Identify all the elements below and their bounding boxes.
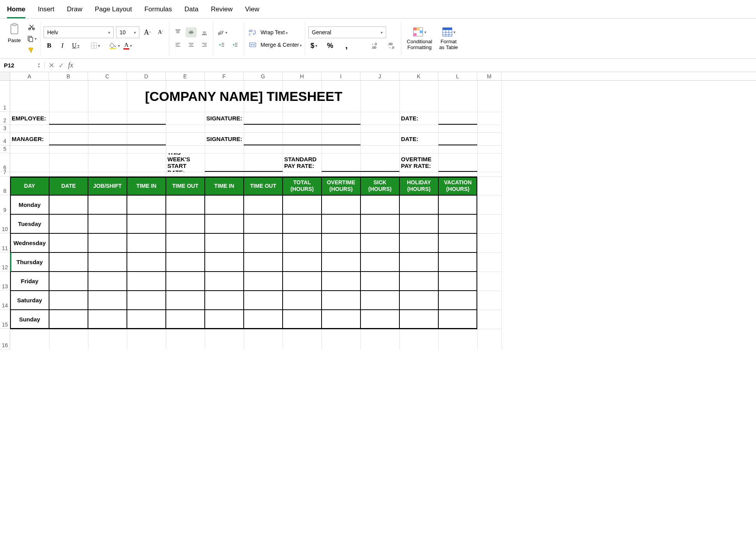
- ts-data-cell[interactable]: [88, 233, 127, 252]
- ts-data-cell[interactable]: [244, 214, 283, 233]
- increase-font-button[interactable]: A^: [142, 27, 153, 37]
- ts-data-cell[interactable]: [205, 214, 244, 233]
- ts-data-cell[interactable]: [438, 195, 477, 214]
- ts-data-cell[interactable]: [166, 291, 205, 310]
- ts-data-cell[interactable]: [88, 291, 127, 310]
- ts-data-cell[interactable]: [360, 252, 399, 272]
- ts-data-cell[interactable]: [127, 233, 166, 252]
- cancel-formula-button[interactable]: ✕: [49, 61, 55, 70]
- field-manager[interactable]: [49, 132, 166, 145]
- ts-data-cell[interactable]: [166, 195, 205, 214]
- ts-data-cell[interactable]: [166, 214, 205, 233]
- merge-center-button[interactable]: Merge & Center: [260, 42, 302, 48]
- ts-data-cell[interactable]: [127, 252, 166, 272]
- ts-data-cell[interactable]: [88, 214, 127, 233]
- bold-button[interactable]: B: [44, 41, 55, 51]
- tab-insert[interactable]: Insert: [38, 4, 55, 18]
- tab-formulas[interactable]: Formulas: [144, 4, 172, 18]
- ts-data-cell[interactable]: [127, 272, 166, 291]
- column-header[interactable]: E: [166, 72, 205, 80]
- borders-button[interactable]: [90, 41, 100, 51]
- field-date-2[interactable]: [438, 132, 477, 145]
- row-header[interactable]: 16: [0, 329, 10, 349]
- tab-data[interactable]: Data: [185, 4, 199, 18]
- ts-data-cell[interactable]: [360, 233, 399, 252]
- ts-data-cell[interactable]: [88, 310, 127, 329]
- column-header[interactable]: J: [360, 72, 399, 80]
- wrap-text-button[interactable]: Wrap Text: [260, 29, 288, 35]
- fx-icon[interactable]: fx: [68, 61, 73, 69]
- ts-data-cell[interactable]: [399, 195, 438, 214]
- ts-data-cell[interactable]: [49, 291, 88, 310]
- column-header[interactable]: H: [283, 72, 322, 80]
- align-top-button[interactable]: [172, 27, 183, 37]
- ts-data-cell[interactable]: [322, 252, 360, 272]
- italic-button[interactable]: I: [57, 41, 68, 51]
- field-signature-1[interactable]: [244, 112, 360, 125]
- confirm-formula-button[interactable]: ✓: [58, 61, 64, 70]
- field-signature-2[interactable]: [244, 132, 360, 145]
- align-right-button[interactable]: [199, 40, 210, 50]
- ts-data-cell[interactable]: [360, 310, 399, 329]
- ts-data-cell[interactable]: [127, 195, 166, 214]
- ts-data-cell[interactable]: [283, 233, 322, 252]
- ts-data-cell[interactable]: [438, 272, 477, 291]
- field-std-rate[interactable]: [322, 153, 399, 172]
- ts-data-cell[interactable]: [438, 214, 477, 233]
- ts-data-cell[interactable]: [244, 252, 283, 272]
- ts-data-cell[interactable]: [166, 252, 205, 272]
- currency-button[interactable]: $: [308, 41, 319, 51]
- ts-data-cell[interactable]: [127, 214, 166, 233]
- align-center-button[interactable]: [186, 40, 197, 50]
- ts-data-cell[interactable]: [244, 291, 283, 310]
- ts-data-cell[interactable]: [244, 195, 283, 214]
- row-header[interactable]: 2: [0, 112, 10, 125]
- tab-view[interactable]: View: [245, 4, 259, 18]
- comma-button[interactable]: ,: [341, 41, 352, 51]
- ts-data-cell[interactable]: [283, 252, 322, 272]
- ts-data-cell[interactable]: [49, 214, 88, 233]
- ts-data-cell[interactable]: [88, 252, 127, 272]
- conditional-formatting-button[interactable]: ▾ Conditional Formatting: [404, 26, 434, 51]
- ts-data-cell[interactable]: [205, 291, 244, 310]
- ts-data-cell[interactable]: [322, 233, 360, 252]
- ts-data-cell[interactable]: [283, 272, 322, 291]
- ts-data-cell[interactable]: [399, 310, 438, 329]
- field-employee[interactable]: [49, 112, 166, 125]
- ts-data-cell[interactable]: [322, 195, 360, 214]
- ts-data-cell[interactable]: [399, 291, 438, 310]
- number-format-combo[interactable]: General▾: [308, 26, 386, 38]
- ts-data-cell[interactable]: [49, 310, 88, 329]
- format-as-table-button[interactable]: ▾ Format as Table: [437, 26, 460, 51]
- formula-input[interactable]: [77, 59, 756, 72]
- ts-data-cell[interactable]: [399, 233, 438, 252]
- format-painter-button[interactable]: [26, 45, 37, 55]
- ts-data-cell[interactable]: [127, 291, 166, 310]
- ts-data-cell[interactable]: [322, 214, 360, 233]
- decrease-indent-button[interactable]: [216, 40, 227, 50]
- row-header[interactable]: 10: [0, 214, 10, 233]
- ts-data-cell[interactable]: [360, 272, 399, 291]
- ts-data-cell[interactable]: [205, 195, 244, 214]
- field-week-start[interactable]: [205, 153, 283, 172]
- ts-data-cell[interactable]: [166, 233, 205, 252]
- align-left-button[interactable]: [172, 40, 183, 50]
- row-header[interactable]: 13: [0, 272, 10, 291]
- ts-data-cell[interactable]: [244, 310, 283, 329]
- decrease-font-button[interactable]: Aˇ: [155, 27, 166, 37]
- ts-data-cell[interactable]: [205, 252, 244, 272]
- ts-data-cell[interactable]: [49, 272, 88, 291]
- ts-data-cell[interactable]: [399, 214, 438, 233]
- column-header[interactable]: A: [10, 72, 49, 80]
- fill-color-button[interactable]: [109, 41, 120, 51]
- row-header[interactable]: 11: [0, 233, 10, 252]
- field-ot-rate[interactable]: [438, 153, 477, 172]
- ts-data-cell[interactable]: [205, 233, 244, 252]
- ts-data-cell[interactable]: [88, 195, 127, 214]
- align-bottom-button[interactable]: [199, 27, 210, 37]
- spreadsheet-grid[interactable]: ABCDEFGHIJKLM 12345678910111213141516 [C…: [0, 72, 756, 349]
- ts-data-cell[interactable]: [322, 272, 360, 291]
- row-header[interactable]: 15: [0, 310, 10, 329]
- row-header[interactable]: 5: [0, 145, 10, 153]
- field-date-1[interactable]: [438, 112, 477, 125]
